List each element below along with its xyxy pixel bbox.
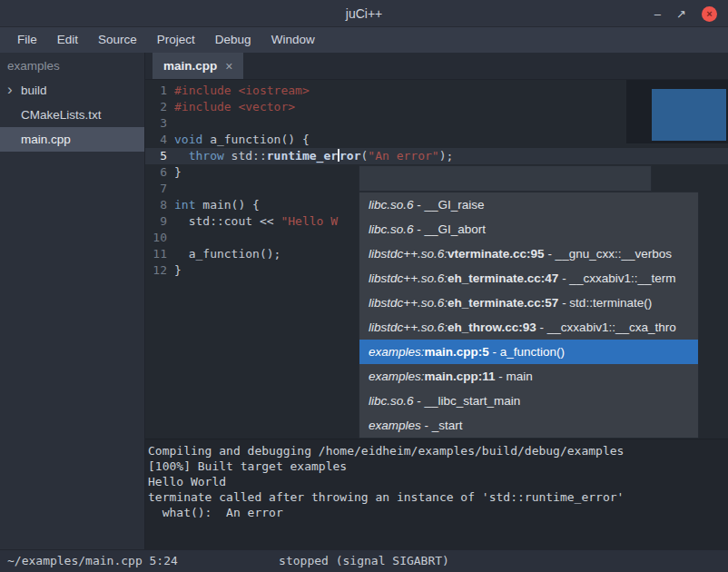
code-text: a_function(); — [172, 246, 280, 262]
output-line: Compiling and debugging /home/eidheim/ex… — [148, 443, 728, 459]
line-number: 6 — [145, 164, 172, 181]
source-editor[interactable]: 1#include <iostream>2#include <vector>34… — [145, 80, 728, 439]
editor-pane: main.cpp × 1#include <iostream>2#include… — [145, 53, 728, 549]
code-segment: #include <vector> — [174, 100, 295, 113]
tab-main-cpp[interactable]: main.cpp × — [152, 53, 243, 79]
code-segment: std:: — [224, 149, 267, 163]
backtrace-item[interactable]: examples:main.cpp:11 - main — [359, 364, 698, 389]
code-segment: runtime_er — [267, 149, 338, 163]
window-title: juCi++ — [346, 6, 382, 21]
close-button[interactable]: × — [702, 6, 717, 22]
code-text: } — [172, 262, 182, 279]
backtrace-item[interactable]: libstdc++.so.6:eh_terminate.cc:57 - std:… — [359, 291, 698, 315]
backtrace-function: - main — [496, 370, 533, 383]
code-line[interactable]: 5 throw std::runtime_error("An error"); — [145, 148, 728, 164]
backtrace-item[interactable]: libc.so.6 - __GI_raise — [359, 192, 698, 217]
minimap-visible-region[interactable] — [652, 89, 726, 141]
code-segment: a_function(); — [174, 247, 280, 261]
code-segment: "Hello W — [280, 214, 338, 228]
backtrace-function: - __gnu_cxx::__verbos — [545, 247, 672, 261]
backtrace-location: eh_terminate.cc:47 — [448, 271, 558, 285]
code-segment: int — [174, 198, 195, 212]
minimize-button[interactable]: – — [654, 7, 661, 21]
code-segment: main() { — [195, 198, 259, 212]
line-number: 1 — [145, 83, 172, 99]
tree-item-label: CMakeLists.txt — [0, 108, 102, 122]
code-segment: ); — [439, 149, 454, 163]
code-segment — [174, 149, 189, 163]
menu-item-project[interactable]: Project — [147, 27, 205, 53]
backtrace-function: - std::terminate() — [558, 296, 652, 310]
code-segment: ror — [339, 149, 360, 163]
code-segment: std::cout << — [174, 214, 280, 228]
backtrace-function: - __cxxabiv1::__term — [558, 271, 675, 285]
line-number: 2 — [145, 99, 172, 115]
backtrace-location: main.cpp:5 — [425, 345, 489, 359]
menu-item-edit[interactable]: Edit — [47, 27, 88, 53]
backtrace-item[interactable]: examples - _start — [359, 413, 698, 438]
backtrace-item[interactable]: libc.so.6 - __libc_start_main — [359, 389, 698, 413]
line-number: 11 — [145, 246, 172, 262]
status-debug-state: stopped (signal SIGABRT) — [0, 550, 728, 571]
menu-bar: FileEditSourceProjectDebugWindow — [0, 27, 728, 53]
backtrace-function: - __cxxabiv1::__cxa_thro — [536, 321, 676, 334]
chevron-right-icon[interactable]: › — [7, 78, 13, 101]
code-text: } — [172, 164, 182, 181]
code-text: #include <iostream> — [172, 83, 310, 99]
tab-close-icon[interactable]: × — [225, 59, 232, 74]
output-line: what(): An error — [148, 505, 728, 520]
output-line: Hello World — [148, 474, 728, 489]
backtrace-function: - _start — [421, 419, 463, 432]
backtrace-function: - __GI_raise — [414, 198, 485, 212]
output-line: terminate called after throwing an insta… — [148, 489, 728, 505]
backtrace-item[interactable]: libc.so.6 - __GI_abort — [359, 217, 698, 242]
backtrace-item[interactable]: libstdc++.so.6:vterminate.cc:95 - __gnu_… — [359, 242, 698, 266]
code-text: #include <vector> — [172, 99, 295, 115]
output-line: [100%] Built target examples — [148, 459, 728, 474]
menu-item-file[interactable]: File — [7, 27, 47, 53]
menu-item-window[interactable]: Window — [261, 27, 325, 53]
file-tree-sidebar: examples ›buildCMakeLists.txtmain.cpp — [0, 53, 145, 549]
status-bar: ~/examples/main.cpp 5:24 stopped (signal… — [0, 549, 728, 572]
juci-window: juCi++ – ↗ × FileEditSourceProjectDebugW… — [0, 0, 728, 572]
line-number: 10 — [145, 230, 172, 246]
tree-item-build[interactable]: ›build — [0, 78, 144, 103]
backtrace-module: libstdc++.so.6: — [369, 271, 448, 285]
tree-item-label: main.cpp — [0, 133, 71, 146]
code-segment: a_function() { — [202, 133, 309, 146]
line-number: 9 — [145, 213, 172, 230]
code-segment: "An error" — [368, 149, 438, 163]
output-terminal[interactable]: Compiling and debugging /home/eidheim/ex… — [145, 439, 728, 549]
menu-item-source[interactable]: Source — [88, 27, 147, 53]
backtrace-item[interactable]: libstdc++.so.6:eh_throw.cc:93 - __cxxabi… — [359, 315, 698, 340]
line-number: 12 — [145, 262, 172, 279]
restore-button[interactable]: ↗ — [676, 7, 686, 21]
code-text — [172, 115, 174, 132]
window-controls: – ↗ × — [654, 0, 717, 27]
tree-item-cmakelists-txt[interactable]: CMakeLists.txt — [0, 103, 144, 127]
code-segment: } — [174, 263, 182, 277]
menu-item-debug[interactable]: Debug — [205, 27, 261, 53]
project-name-header: examples — [0, 53, 144, 78]
backtrace-module: examples: — [369, 370, 425, 383]
titlebar: juCi++ – ↗ × — [0, 0, 728, 27]
overview-minimap[interactable] — [626, 80, 728, 143]
backtrace-item[interactable]: examples:main.cpp:5 - a_function() — [359, 340, 698, 364]
line-number: 4 — [145, 132, 172, 148]
backtrace-module: libstdc++.so.6: — [369, 247, 448, 261]
backtrace-module: libstdc++.so.6: — [369, 296, 448, 310]
file-tree: ›buildCMakeLists.txtmain.cpp — [0, 78, 144, 152]
line-number: 7 — [145, 181, 172, 197]
code-text — [172, 181, 174, 197]
code-text: void a_function() { — [172, 132, 310, 148]
code-text: std::cout << "Hello W — [172, 213, 338, 230]
backtrace-module: libc.so.6 — [369, 198, 414, 212]
backtrace-module: libc.so.6 — [369, 394, 414, 408]
backtrace-function: - __GI_abort — [414, 222, 487, 236]
code-segment: } — [174, 165, 182, 179]
backtrace-item[interactable]: libstdc++.so.6:eh_terminate.cc:47 - __cx… — [359, 266, 698, 291]
tree-item-main-cpp[interactable]: main.cpp — [0, 127, 144, 152]
backtrace-module: libc.so.6 — [369, 222, 414, 236]
backtrace-module: examples — [369, 419, 421, 432]
line-number: 5 — [145, 148, 172, 164]
